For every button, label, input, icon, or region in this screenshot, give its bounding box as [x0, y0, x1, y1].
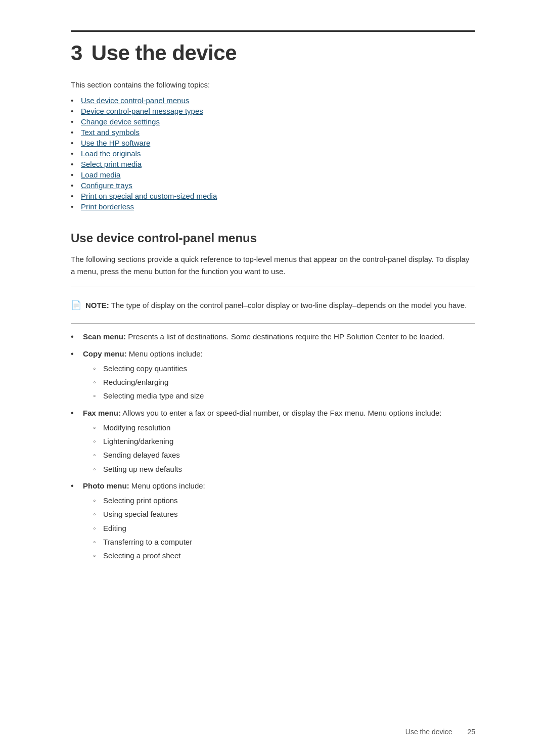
toc-link-10[interactable]: Print on special and custom-sized media — [81, 192, 217, 200]
photo-sub-list: Selecting print options Using special fe… — [93, 495, 475, 561]
list-item-photo: Photo menu: Menu options include: Select… — [71, 480, 475, 562]
photo-sub-3: Editing — [93, 522, 475, 534]
divider-bottom — [71, 323, 475, 324]
toc-item-7: Select print media — [71, 160, 475, 168]
chapter-header: 3Use the device — [71, 30, 475, 65]
fax-sub-1: Modifying resolution — [93, 422, 475, 433]
toc-link-11[interactable]: Print borderless — [81, 202, 134, 211]
toc-link-4[interactable]: Text and symbols — [81, 128, 140, 137]
section1-intro: The following sections provide a quick r… — [71, 253, 475, 278]
divider-top — [71, 287, 475, 287]
toc-item-8: Load media — [71, 170, 475, 179]
scan-term: Scan menu: — [83, 332, 126, 341]
toc-item-3: Change device settings — [71, 117, 475, 126]
toc-item-6: Load the originals — [71, 149, 475, 158]
photo-sub-2: Using special features — [93, 508, 475, 520]
note-text: NOTE: The type of display on the control… — [85, 299, 467, 311]
copy-term: Copy menu: — [83, 349, 127, 358]
fax-sub-4: Setting up new defaults — [93, 463, 475, 475]
photo-sub-4: Transferring to a computer — [93, 536, 475, 548]
toc-item-11: Print borderless — [71, 202, 475, 211]
fax-term: Fax menu: — [83, 409, 121, 417]
toc-item-4: Text and symbols — [71, 128, 475, 137]
intro-text: This section contains the following topi… — [71, 80, 475, 89]
scan-text: Presents a list of destinations. Some de… — [128, 332, 444, 341]
toc-item-10: Print on special and custom-sized media — [71, 192, 475, 200]
toc-link-2[interactable]: Device control-panel message types — [81, 107, 203, 115]
chapter-number: 3 — [71, 41, 82, 65]
photo-sub-1: Selecting print options — [93, 495, 475, 506]
note-label: NOTE: — [85, 301, 109, 309]
photo-sub-5: Selecting a proof sheet — [93, 550, 475, 561]
toc-link-7[interactable]: Select print media — [81, 160, 142, 168]
list-item-fax: Fax menu: Allows you to enter a fax or s… — [71, 407, 475, 475]
fax-sub-2: Lightening/darkening — [93, 435, 475, 447]
copy-sub-2: Reducing/enlarging — [93, 376, 475, 388]
photo-text: Menu options include: — [131, 481, 205, 490]
note-icon: 📄 — [71, 300, 81, 310]
fax-text: Allows you to enter a fax or speed-dial … — [122, 409, 441, 417]
main-list: Scan menu: Presents a list of destinatio… — [71, 331, 475, 561]
copy-sub-1: Selecting copy quantities — [93, 363, 475, 374]
toc-item-9: Configure trays — [71, 181, 475, 190]
toc-link-6[interactable]: Load the originals — [81, 149, 141, 158]
toc-item-2: Device control-panel message types — [71, 107, 475, 115]
footer-page-number: 25 — [467, 728, 475, 736]
footer-section-label: Use the device — [405, 728, 452, 736]
chapter-title-text: Use the device — [92, 41, 237, 65]
toc-link-9[interactable]: Configure trays — [81, 181, 132, 190]
toc-link-8[interactable]: Load media — [81, 170, 120, 179]
list-item-copy: Copy menu: Menu options include: Selecti… — [71, 348, 475, 402]
note-body: The type of display on the control panel… — [111, 301, 467, 309]
toc-item-1: Use device control-panel menus — [71, 96, 475, 105]
toc-link-5[interactable]: Use the HP software — [81, 139, 150, 147]
copy-text: Menu options include: — [129, 349, 203, 358]
copy-sub-3: Selecting media type and size — [93, 390, 475, 402]
toc-link-1[interactable]: Use device control-panel menus — [81, 96, 189, 105]
chapter-title: 3Use the device — [71, 41, 475, 65]
fax-sub-list: Modifying resolution Lightening/darkenin… — [93, 422, 475, 475]
toc-item-5: Use the HP software — [71, 139, 475, 147]
copy-sub-list: Selecting copy quantities Reducing/enlar… — [93, 363, 475, 402]
fax-sub-3: Sending delayed faxes — [93, 449, 475, 461]
toc-link-3[interactable]: Change device settings — [81, 117, 160, 126]
note-box: 📄 NOTE: The type of display on the contr… — [71, 294, 475, 316]
page: 3Use the device This section contains th… — [0, 0, 546, 756]
section1-title: Use device control-panel menus — [71, 231, 475, 245]
toc-list: Use device control-panel menus Device co… — [71, 96, 475, 211]
list-item-scan: Scan menu: Presents a list of destinatio… — [71, 331, 475, 342]
photo-term: Photo menu: — [83, 481, 129, 490]
footer: Use the device 25 — [0, 728, 546, 736]
